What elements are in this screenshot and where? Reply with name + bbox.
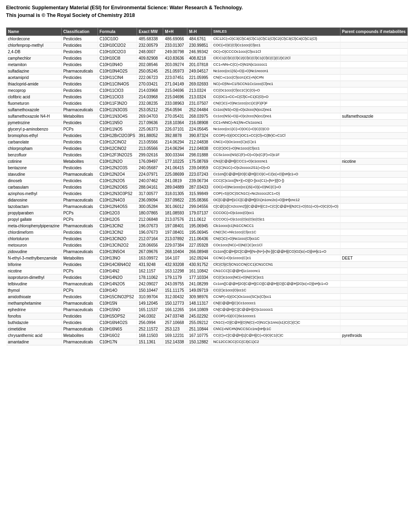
- table-cell: 151.11175: [163, 287, 187, 293]
- table-cell: 196.07673: [137, 229, 163, 235]
- table-cell: camphechlor: [6, 55, 62, 61]
- table-row: metoxuronPesticidesC10H13ClN2O2228.06656…: [6, 242, 408, 248]
- table-row: azinphos-methylPesticidesC10H12N3O3PS231…: [6, 190, 408, 197]
- table-row: didanosinePharmaceuticalsC10H12N4O3236.0…: [6, 197, 408, 203]
- table-cell: Pesticides: [61, 74, 98, 81]
- table-cell: CC(C)N1C(=O)c2ccccc2S1(=O)=O: [212, 164, 340, 171]
- col-header-mh: M-H: [187, 27, 212, 35]
- table-cell: 196.07673: [137, 222, 163, 229]
- table-cell: CC(C)c1ccc(O)cc1C: [212, 287, 340, 293]
- table-cell: 241.08299: [187, 281, 212, 287]
- table-cell: [340, 119, 407, 126]
- table-cell: 166.12265: [163, 306, 187, 313]
- table-row: chlorprophamPesticidesC10H12ClNO2213.055…: [6, 145, 408, 152]
- table-cell: C10H13ClN2O: [98, 235, 137, 242]
- table-cell: 266.08948: [187, 248, 212, 255]
- table-cell: amidothioate: [6, 293, 62, 300]
- table-cell: 251.05973: [163, 68, 187, 74]
- table-row: benzofluorPesticidesC10H12F3N2O2S299.026…: [6, 152, 408, 158]
- table-cell: C10H13NO: [98, 255, 137, 261]
- table-cell: C10H13ClN2: [98, 222, 137, 229]
- table-cell: 227.05928: [187, 242, 212, 248]
- table-cell: 215.04696: [163, 94, 187, 100]
- table-cell: thiacloprid-amide: [6, 81, 62, 87]
- table-cell: Pharmaceuticals: [61, 68, 98, 74]
- table-row: telbivudinePharmaceuticalsC10H14N2O5242.…: [6, 281, 408, 287]
- table-cell: COc1ccc(NC(=O)N(C)C)cc1Cl: [212, 242, 340, 248]
- table-cell: Pesticides: [61, 261, 98, 268]
- table-cell: 212.04838: [187, 145, 212, 152]
- table-row: amantadinePharmaceuticalsC10H17N151.1361…: [6, 339, 408, 345]
- table-cell: CC(Oc1ccc(Cl)cc1C)C(O)=O: [212, 87, 340, 94]
- table-cell: N-ethyl-3-methylbenzamide: [6, 255, 62, 261]
- table-cell: [340, 106, 407, 113]
- table-cell: C10H11NO5: [98, 126, 137, 132]
- table-cell: C10H12N2O3S: [98, 164, 137, 171]
- table-cell: 214.06294: [163, 145, 187, 152]
- table-cell: CC(C)c1ccc(NC(=O)N(C)C)cc1: [212, 274, 340, 281]
- table-cell: CN[C@@H](C)Cc1ccccc1: [212, 300, 340, 306]
- table-cell: Pesticides: [61, 61, 98, 68]
- table-row: stavudinePharmaceuticalsC10H12N2O4224.07…: [6, 171, 408, 177]
- table-cell: [340, 190, 407, 197]
- table-cell: 181.08593: [163, 210, 187, 216]
- table-cell: COC(=O)C(Cl)Cc1ccc(Cl)cc1: [212, 42, 340, 48]
- table-row: sulfamethoxazole N4-HMetabolitesC10H11N3…: [6, 113, 408, 119]
- table-cell: Metabolites: [61, 255, 98, 261]
- table-cell: C10H12O5: [98, 216, 137, 222]
- table-cell: [340, 145, 407, 152]
- table-cell: 225.08699: [163, 171, 187, 177]
- table-cell: Pharmaceuticals: [61, 171, 98, 177]
- table-cell: C10H10Cl8: [98, 55, 137, 61]
- table-cell: 257.10668: [163, 319, 187, 326]
- table-body: chlordeconePesticidesC10Cl10O485.6833848…: [6, 35, 408, 345]
- table-cell: 175.08769: [187, 158, 212, 164]
- table-cell: ClC(Cl)(Cl)CN1CCN(CC1)CN1CCN1: [212, 261, 340, 268]
- table-cell: C[C@]1([Cn2ccnn2])[C@@H](C2=C(C[C@@H](N2…: [212, 203, 340, 210]
- table-cell: 213.07892: [163, 235, 187, 242]
- table-cell: [340, 306, 407, 313]
- table-cell: buthidazole: [6, 319, 62, 326]
- table-cell: Pesticides: [61, 190, 98, 197]
- table-row: sulfadiazinePharmaceuticalsC10H10N4O2S25…: [6, 68, 408, 74]
- table-row: camphechlorPesticidesC10H10Cl8409.829084…: [6, 55, 408, 61]
- table-cell: [340, 313, 407, 319]
- table-cell: C10H12N4O5S: [98, 203, 137, 210]
- table-cell: 163.09972: [137, 255, 163, 261]
- table-cell: Pharmaceuticals: [61, 326, 98, 332]
- table-row: propylparabenPCPsC10H12O3180.07865181.08…: [6, 210, 408, 216]
- table-cell: CC1=NN=C(C(=O)N1N)c1ccccc1: [212, 61, 340, 68]
- table-cell: C10H11ClN4OS: [98, 81, 137, 87]
- table-cell: 248.0007: [137, 48, 163, 55]
- table-cell: C10H14N2O5: [98, 281, 137, 287]
- col-header-mph: M+H: [163, 27, 187, 35]
- table-cell: 212.06848: [137, 216, 163, 222]
- table-cell: CCSc1ccc(NS(C(F)=O)=O)c(C(F)=O)c1F: [212, 152, 340, 158]
- table-cell: [340, 164, 407, 171]
- table-cell: metoxuron: [6, 242, 62, 248]
- table-cell: [340, 300, 407, 306]
- table-cell: 214.06294: [163, 139, 187, 145]
- col-header-classification: Classification: [61, 27, 98, 35]
- table-cell: 148.11317: [187, 300, 212, 306]
- table-cell: 252.04484: [187, 106, 212, 113]
- table-cell: Pharmaceuticals: [61, 203, 98, 210]
- table-cell: C10H12N2O4: [98, 171, 137, 177]
- table-cell: Pesticides: [61, 119, 98, 126]
- table-cell: C10H16O2: [98, 332, 137, 339]
- table-row: thiacloprid-amidePesticidesC10H11ClN4OS2…: [6, 81, 408, 87]
- table-cell: [340, 268, 407, 274]
- table-cell: C10H12N3O3PS2: [98, 190, 137, 197]
- table-cell: Pesticides: [61, 313, 98, 319]
- table-row: meta-chlorophenylpiperazinePharmaceutica…: [6, 222, 408, 229]
- table-cell: chlordimeform: [6, 229, 62, 235]
- table-cell: 392.8878: [163, 132, 187, 139]
- table-cell: isoproturon-dimethyl: [6, 274, 62, 281]
- table-row: bentazonePesticidesC10H12N2O3S240.056872…: [6, 164, 408, 171]
- table-cell: 299.04556: [187, 203, 212, 210]
- table-cell: telbivudine: [6, 281, 62, 287]
- table-cell: chlorfenprop-methyl: [6, 42, 62, 48]
- table-cell: [340, 274, 407, 281]
- table-cell: 151.1361: [137, 339, 163, 345]
- table-cell: PCPs: [61, 126, 98, 132]
